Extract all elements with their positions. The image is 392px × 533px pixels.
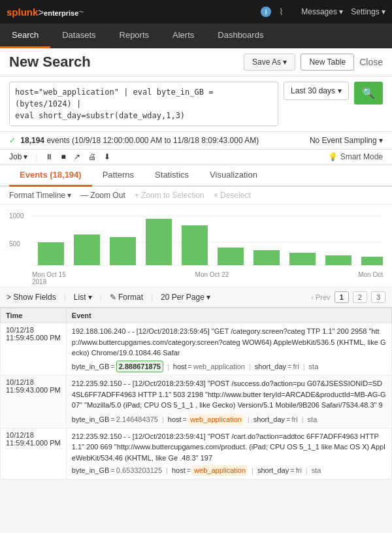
- field-short-day: short_day = fri: [253, 414, 298, 425]
- tab-search[interactable]: Search: [0, 24, 50, 48]
- page-1-button[interactable]: 1: [335, 291, 349, 303]
- col-header-event: Event: [66, 308, 391, 323]
- job-toolbar: Job ▾ | ⏸ ■ ↗ 🖨 ⬇ 💡 Smart Mode: [0, 150, 392, 165]
- svg-rect-8: [218, 248, 244, 265]
- table-row: 10/12/1811:59:41.000 PM 212.235.92.150 -…: [1, 428, 392, 479]
- field-byte-in-gb: byte_in_GB = 2.146484375: [72, 414, 158, 425]
- splunk-logo: splunk>enterprise: [7, 7, 78, 18]
- page-3-button[interactable]: 3: [371, 291, 385, 303]
- header-actions: Save As ▾ New Table Close: [244, 54, 383, 71]
- no-sampling-button[interactable]: No Event Sampling ▾: [310, 136, 383, 145]
- event-tab-patterns[interactable]: Patterns: [92, 165, 144, 187]
- field-byte-in-gb: byte_in_GB = 2.888671875: [72, 361, 163, 373]
- pause-icon[interactable]: ⏸: [45, 152, 53, 161]
- status-bar: ✓ 18,194 events (10/9/18 12:00:00.000 AM…: [0, 132, 392, 150]
- deselect-button[interactable]: × Deselect: [214, 191, 251, 200]
- status-right: No Event Sampling ▾: [310, 136, 383, 145]
- format-button[interactable]: ✎ Format: [110, 293, 143, 302]
- chart-area: 1000 500 Mon Oct 152018 Mon Oct 22 Mon O…: [0, 204, 392, 287]
- svg-rect-12: [361, 257, 383, 265]
- page-2-button[interactable]: 2: [353, 291, 367, 303]
- col-header-time: Time: [1, 308, 67, 323]
- chart-x-labels: Mon Oct 152018 Mon Oct 22 Mon Oct: [32, 270, 383, 287]
- page-title: New Search: [9, 54, 244, 71]
- svg-rect-3: [38, 242, 64, 265]
- event-fields: byte_in_GB = 2.888671875 | host = web_ap…: [72, 361, 386, 373]
- time-range-caret: ▾: [338, 86, 342, 95]
- svg-rect-7: [182, 225, 208, 265]
- search-input[interactable]: host="web_application" | eval byte_in_GB…: [9, 82, 278, 126]
- new-table-button[interactable]: New Table: [301, 54, 354, 71]
- activity-bar-icon[interactable]: ⌇: [279, 7, 284, 17]
- svg-rect-10: [289, 253, 316, 265]
- event-cell: 212.235.92.150 - - [12/Oct/2018:23:59:41…: [66, 428, 391, 479]
- svg-rect-4: [74, 234, 100, 265]
- field-sta: sta: [312, 465, 321, 476]
- event-cell: 212.235.92.150 - - [12/Oct/2018:23:59:43…: [66, 376, 391, 428]
- time-cell: 10/12/1811:59:41.000 PM: [1, 428, 67, 479]
- events-count: 18,194: [20, 136, 44, 145]
- table-row: 10/12/1811:59:45.000 PM 192.188.106.240 …: [1, 323, 392, 376]
- settings-link[interactable]: Settings ▾: [351, 7, 385, 16]
- activity-icon: ~: [78, 7, 84, 17]
- field-short-day: short_day = fri: [257, 465, 302, 476]
- per-page-button[interactable]: 20 Per Page ▾: [161, 293, 210, 302]
- field-host: host = web_application: [172, 465, 248, 476]
- status-time-range: (10/9/18 12:00:00.000 AM to 11/8/18 8:09…: [72, 136, 259, 145]
- export-icon[interactable]: ⬇: [104, 152, 110, 161]
- results-toolbar: > Show Fields | List ▾ | ✎ Format | 20 P…: [0, 287, 392, 308]
- field-byte-in-gb: byte_in_GB = 0.6533203125: [72, 465, 162, 476]
- share-icon[interactable]: ↗: [74, 152, 80, 161]
- print-icon[interactable]: 🖨: [88, 152, 96, 161]
- field-sta: sta: [308, 414, 318, 425]
- event-fields: byte_in_GB = 0.6533203125 | host = web_a…: [72, 465, 386, 476]
- event-text: 212.235.92.150 - - [12/Oct/2018:23:59:41…: [72, 431, 386, 464]
- field-sta: sta: [309, 361, 319, 372]
- svg-rect-6: [146, 219, 172, 265]
- stop-icon[interactable]: ■: [61, 152, 65, 161]
- pagination: ‹ Prev 1 2 3: [311, 291, 385, 303]
- query-line1: host="web_application" | eval byte_in_GB…: [15, 88, 213, 108]
- field-host: host = web_application: [168, 414, 244, 425]
- show-fields-button[interactable]: > Show Fields: [7, 293, 56, 302]
- status-left: ✓ 18,194 events (10/9/18 12:00:00.000 AM…: [9, 136, 259, 145]
- time-range-button[interactable]: Last 30 days ▾: [284, 82, 349, 100]
- search-bar-area: host="web_application" | eval byte_in_GB…: [0, 76, 392, 132]
- svg-rect-9: [253, 250, 280, 265]
- query-line2: eval short_day=substr(date_wday,1,3): [15, 111, 185, 120]
- bulb-icon: 💡: [328, 152, 338, 161]
- table-header: Time Event: [1, 308, 392, 323]
- messages-link[interactable]: Messages ▾: [301, 7, 343, 16]
- event-tab-visualization[interactable]: Visualization: [199, 165, 268, 187]
- close-button[interactable]: Close: [359, 57, 383, 67]
- top-navbar: splunk>enterprise ~ i ⌇ Messages ▾ Setti…: [0, 0, 392, 24]
- prev-button[interactable]: ‹ Prev: [311, 293, 330, 301]
- field-host: host = web_application: [173, 361, 245, 372]
- zoom-out-button[interactable]: — Zoom Out: [80, 191, 125, 200]
- event-tab-statistics[interactable]: Statistics: [144, 165, 199, 187]
- search-icon: 🔍: [362, 88, 375, 99]
- format-timeline-button[interactable]: Format Timeline ▾: [9, 191, 71, 200]
- zoom-to-selection-button[interactable]: + Zoom to Selection: [135, 191, 204, 200]
- tab-alerts[interactable]: Alerts: [161, 24, 206, 48]
- nav-tabs-bar: Search Datasets Reports Alerts Dashboard…: [0, 24, 392, 48]
- smart-mode-label: Smart Mode: [340, 152, 383, 161]
- event-text: 212.235.92.150 - - [12/Oct/2018:23:59:43…: [72, 378, 386, 412]
- search-button[interactable]: 🔍: [354, 82, 383, 105]
- event-tabs: Events (18,194) Patterns Statistics Visu…: [0, 165, 392, 187]
- list-button[interactable]: List ▾: [74, 293, 92, 302]
- event-fields: byte_in_GB = 2.146484375 | host = web_ap…: [72, 414, 386, 425]
- svg-rect-11: [325, 255, 351, 265]
- info-icon[interactable]: i: [261, 7, 271, 17]
- tab-dashboards[interactable]: Dashboards: [206, 24, 275, 48]
- field-short-day: short_day = fri: [255, 361, 299, 372]
- tab-reports[interactable]: Reports: [108, 24, 161, 48]
- event-cell: 192.188.106.240 - - [12/Oct/2018:23:59:4…: [66, 323, 391, 376]
- event-tab-events[interactable]: Events (18,194): [9, 165, 92, 187]
- timeline-toolbar: Format Timeline ▾ — Zoom Out + Zoom to S…: [0, 187, 392, 204]
- job-button[interactable]: Job ▾: [9, 152, 27, 161]
- page-header: New Search Save As ▾ New Table Close: [0, 48, 392, 76]
- save-as-button[interactable]: Save As ▾: [244, 54, 295, 71]
- tab-datasets[interactable]: Datasets: [50, 24, 107, 48]
- event-text: 192.188.106.240 - - [12/Oct/2018:23:59:4…: [72, 326, 386, 359]
